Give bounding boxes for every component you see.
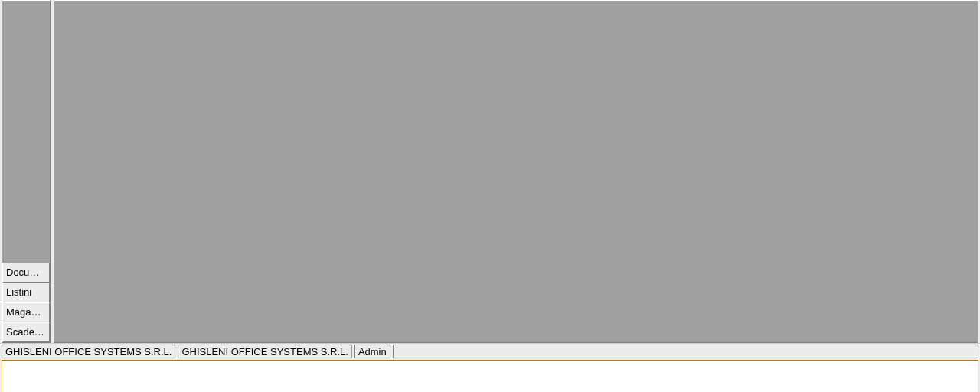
status-company-primary: GHISLENI OFFICE SYSTEMS S.R.L.	[2, 345, 175, 358]
sidebar-content-panel	[2, 1, 50, 263]
bottom-panel	[2, 360, 978, 392]
status-company-secondary: GHISLENI OFFICE SYSTEMS S.R.L.	[178, 345, 351, 358]
sidebar-items: Docu… Listini Maga… Scade…	[2, 263, 50, 342]
sidebar-item-listini[interactable]: Listini	[2, 283, 50, 302]
status-spacer	[393, 345, 978, 358]
main-area: Docu… Listini Maga… Scade…	[0, 0, 980, 343]
content-area	[54, 0, 978, 343]
status-bar: GHISLENI OFFICE SYSTEMS S.R.L. GHISLENI …	[0, 343, 980, 358]
status-user: Admin	[354, 345, 390, 358]
sidebar-item-documents[interactable]: Docu…	[2, 263, 50, 283]
sidebar-item-scadenze[interactable]: Scade…	[2, 322, 50, 342]
sidebar-item-magazzino[interactable]: Maga…	[2, 302, 50, 322]
sidebar: Docu… Listini Maga… Scade…	[2, 0, 51, 343]
